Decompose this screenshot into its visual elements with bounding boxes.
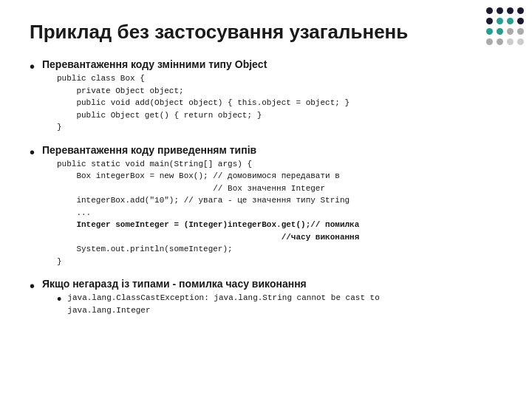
sub-list-item: • java.lang.ClassCastException: java.lan…: [57, 292, 502, 316]
dot: [497, 28, 503, 35]
sub-code-block: java.lang.ClassCastException: java.lang.…: [67, 292, 379, 316]
code-line: java.lang.ClassCastException: java.lang.…: [67, 293, 379, 315]
dot: [497, 38, 503, 45]
dot: [507, 38, 514, 45]
sub-list-3: • java.lang.ClassCastException: java.lan…: [42, 292, 502, 316]
slide-title: Приклад без застосування узагальнень: [30, 21, 502, 44]
code-line: public static void main(String[] args) {…: [57, 160, 359, 266]
dot: [517, 28, 524, 35]
slide-content: • Перевантаження коду змінними типу Obje…: [30, 58, 502, 316]
code-block-2: public static void main(String[] args) {…: [57, 158, 502, 268]
code-line: public class Box { private Object object…: [57, 74, 349, 132]
dot: [486, 28, 493, 35]
slide: Приклад без застосування узагальнень • П…: [0, 0, 532, 399]
code-block-1: public class Box { private Object object…: [57, 72, 502, 134]
dot: [486, 38, 493, 45]
dot: [486, 18, 493, 24]
list-item-1: • Перевантаження коду змінними типу Obje…: [30, 58, 502, 134]
dot: [486, 7, 493, 14]
dot: [507, 7, 514, 14]
decorative-dots: [486, 7, 525, 46]
section-1-content: Перевантаження коду змінними типу Object…: [42, 58, 502, 134]
dot: [517, 38, 524, 45]
list-item-2: • Перевантаження коду приведенням типів …: [30, 144, 502, 268]
bullet-2: •: [30, 145, 35, 160]
dot: [517, 18, 524, 24]
main-list: • Перевантаження коду змінними типу Obje…: [30, 58, 502, 316]
bullet-1: •: [30, 59, 35, 74]
bullet-3: •: [30, 279, 35, 293]
section-3-heading: Якщо негаразд із типами - помилка часу в…: [42, 278, 502, 290]
dot: [497, 7, 503, 14]
dot: [517, 7, 524, 14]
dot: [497, 18, 503, 24]
dot: [507, 28, 514, 35]
section-2-content: Перевантаження коду приведенням типів pu…: [42, 144, 502, 268]
list-item-3: • Якщо негаразд із типами - помилка часу…: [30, 278, 502, 316]
section-2-heading: Перевантаження коду приведенням типів: [42, 144, 502, 156]
section-1-heading: Перевантаження коду змінними типу Object: [42, 58, 502, 70]
dot: [507, 18, 514, 24]
section-3-content: Якщо негаразд із типами - помилка часу в…: [42, 278, 502, 316]
sub-bullet: •: [57, 293, 61, 306]
